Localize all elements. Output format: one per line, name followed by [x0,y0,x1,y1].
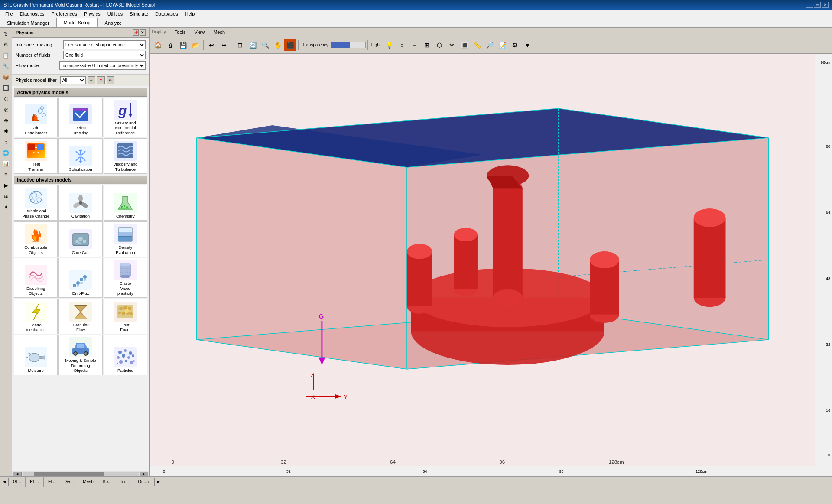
model-card-viscosity[interactable]: ≋ Viscosity andTurbulence [104,138,147,174]
toolbar-btn-clip[interactable]: ✂ [446,39,458,51]
status-nav-left[interactable]: ◄ [0,478,9,486]
toolbar-btn-view-z[interactable]: ⊞ [421,39,433,51]
status-tab-ini[interactable]: Ini... [116,477,133,487]
toolbar-btn-measure[interactable]: 📏 [471,39,483,51]
minimize-button[interactable]: ─ [806,2,813,8]
model-card-bubble[interactable]: Bubble andPhase Change [14,185,58,221]
model-card-cavitation[interactable]: Cavitation [58,185,102,221]
status-tab-fl[interactable]: Fl... [44,477,60,487]
toolbar-btn-home[interactable]: 🏠 [152,39,164,51]
status-tab-gl[interactable]: Gl... [9,477,26,487]
filter-remove-button[interactable]: ✕ [97,76,105,84]
panel-close-button[interactable]: ✕ [140,29,146,36]
menu-diagnostics[interactable]: Diagnostics [16,10,48,17]
toolbar-btn-zoom-fit[interactable]: ⊡ [234,39,246,51]
left-icon-16[interactable]: ✦ [1,202,11,212]
tab-simulation-manager[interactable]: Simulation Manager [0,18,57,27]
model-card-density[interactable]: DensityEvaluation [104,221,147,257]
menu-simulate[interactable]: Simulate [126,10,152,17]
model-card-air-entrainment[interactable]: AirEntrainment [14,98,58,137]
inactive-models-header[interactable]: Inactive physics models [14,176,147,184]
transparency-slider[interactable] [331,42,366,48]
status-tab-bo[interactable]: Bo... [98,477,117,487]
model-card-dissolving[interactable]: DissolvingObjects [14,258,58,298]
model-card-defect-tracking[interactable]: DefectTracking [58,98,102,137]
left-icon-8[interactable]: ⊕ [1,115,11,126]
menu-preferences[interactable]: Preferences [48,10,81,17]
toolbar-btn-light-3[interactable]: ↔ [408,39,420,51]
model-card-combustible[interactable]: CombustibleObjects [14,221,58,257]
panel-pin-button[interactable]: 📌 [133,29,139,36]
status-tab-ph[interactable]: Ph... [26,477,44,487]
model-card-moving[interactable]: Moving & SimpleDeformingObjects [58,335,102,375]
toolbar-btn-more[interactable]: ▼ [521,39,533,51]
toolbar-btn-light-2[interactable]: ↕ [396,39,408,51]
left-icon-1[interactable]: ⚙ [1,39,11,50]
toolbar-btn-redo[interactable]: ↪ [218,39,230,51]
toolbar-btn-annotation[interactable]: 📝 [496,39,508,51]
status-tab-ge[interactable]: Ge... [60,477,79,487]
toolbar-btn-print[interactable]: 🖨 [164,39,176,51]
toolbar-btn-settings[interactable]: ⚙ [509,39,521,51]
model-card-drift[interactable]: Drift-Flux [58,258,102,298]
filter-add-button[interactable]: + [88,76,95,84]
toolbar-btn-open[interactable]: 📂 [189,39,202,51]
toolbar-btn-save-img[interactable]: 💾 [177,39,189,51]
close-button[interactable]: ✕ [822,2,829,8]
active-models-header[interactable]: Active physics models [14,88,147,97]
model-card-moisture[interactable]: Moisture [14,335,58,375]
flow-mode-select[interactable]: Incompressible / Limited compressibility… [59,61,146,70]
num-fluids-select[interactable]: One fluid Two fluids [63,51,146,59]
toolbar-btn-probe[interactable]: 🔎 [484,39,496,51]
model-card-heat-transfer[interactable]: HeatTransfer [14,138,58,174]
toolbar-btn-zoom-in[interactable]: 🔍 [259,39,271,51]
toolbar-btn-undo[interactable]: ↩ [205,39,218,51]
filter-select[interactable]: All Fluid Thermal [60,76,86,84]
left-icon-10[interactable]: ↕ [1,137,11,147]
left-icon-9[interactable]: ✱ [1,126,11,137]
menu-help[interactable]: Help [182,10,198,17]
display-menu-tools[interactable]: Tools [171,29,189,36]
left-icon-3[interactable]: 🔧 [1,61,11,72]
display-menu-view[interactable]: View [191,29,208,36]
status-tab-mesh[interactable]: Mesh [78,477,98,487]
viewport[interactable]: G Z X Y 0 32 64 96 128cm [150,54,832,466]
toolbar-btn-wire[interactable]: 🔳 [458,39,471,51]
left-icon-2[interactable]: 📋 [1,50,11,61]
left-icon-11[interactable]: 🌐 [1,148,11,158]
display-menu-mesh[interactable]: Mesh [210,29,228,36]
left-icon-6[interactable]: ⬡ [1,94,11,104]
model-card-chemistry[interactable]: Chemistry [104,185,147,221]
model-card-electro[interactable]: Electro-mechanics [14,299,58,334]
model-card-particles[interactable]: Particles [104,335,147,375]
left-icon-7[interactable]: ◎ [1,104,11,115]
menu-physics[interactable]: Physics [81,10,104,17]
left-icon-pointer[interactable]: 🖱 [1,29,11,39]
menu-utilities[interactable]: Utilities [104,10,126,17]
toolbar-btn-select[interactable]: ⬛ [284,39,296,51]
panel-scrollbar[interactable]: ◄ ► [12,471,149,476]
status-nav-right[interactable]: ► [154,478,163,486]
interface-tracking-select[interactable]: Free surface or sharp interface Two-flui… [63,40,146,49]
toolbar-btn-rotate[interactable]: 🔄 [247,39,259,51]
toolbar-btn-iso[interactable]: ⬡ [433,39,445,51]
status-tab-ou[interactable]: Ou...↑ [133,477,154,487]
model-card-granular[interactable]: GranularFlow [58,299,102,334]
menu-databases[interactable]: Databases [152,10,182,17]
model-card-lost-foam[interactable]: LostFoam [104,299,147,334]
toolbar-btn-pan[interactable]: ✋ [272,39,284,51]
left-icon-5[interactable]: 🔲 [1,83,11,93]
left-icon-15[interactable]: ≋ [1,191,11,202]
menu-file[interactable]: File [2,10,16,17]
model-card-solidification[interactable]: Solidification [58,138,102,174]
left-icon-13[interactable]: ≡ [1,169,11,180]
left-icon-14[interactable]: ▶ [1,180,11,191]
model-card-elasto[interactable]: Elasto-Visco-plasticity [104,258,147,298]
model-card-core-gas[interactable]: Core Gas [58,221,102,257]
model-card-gravity[interactable]: g Gravity andNon-inertialReference [104,98,147,137]
filter-edit-button[interactable]: ✏ [107,76,114,84]
tab-analyze[interactable]: Analyze [98,18,129,27]
tab-model-setup[interactable]: Model Setup [57,18,98,27]
restore-button[interactable]: ▭ [814,2,821,8]
left-icon-12[interactable]: 📊 [1,159,11,169]
